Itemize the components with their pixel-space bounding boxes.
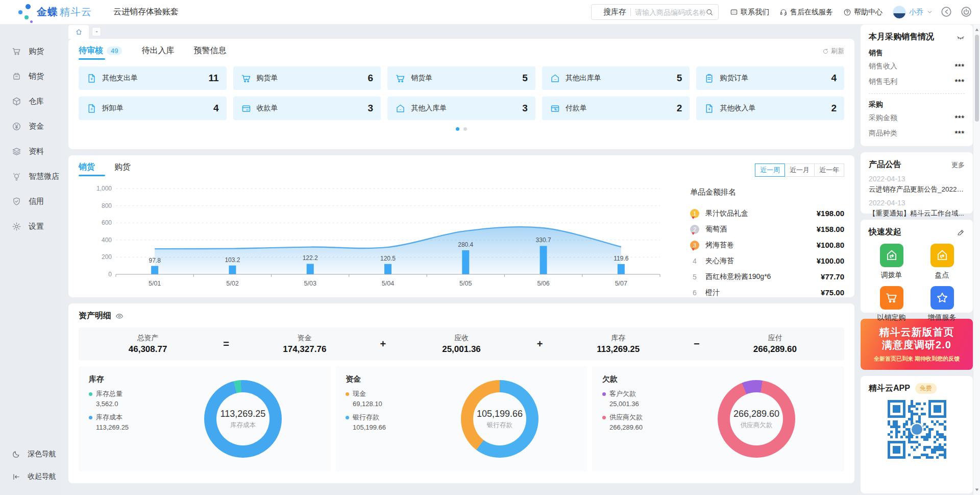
scroll-down-icon[interactable]: [975, 488, 979, 492]
todo-tab[interactable]: 预警信息: [193, 45, 226, 60]
todo-card[interactable]: ¥其他支出单11: [79, 66, 227, 90]
summary-section-title: 采购: [869, 100, 965, 109]
todo-tabs: 待审核49待出入库预警信息: [79, 45, 844, 60]
quick-action-house-swap[interactable]: 调拨单: [869, 244, 914, 280]
todo-card[interactable]: #拆卸单4: [79, 97, 227, 120]
range-button[interactable]: 近一周: [755, 163, 785, 177]
sidebar-footer: 深色导航收起导航: [0, 443, 62, 488]
trend-tab[interactable]: 购货: [114, 162, 131, 176]
sidebar-item-label: 智慧微店: [29, 172, 59, 181]
sidebar-item-layers[interactable]: 资料: [0, 139, 62, 164]
app-logo[interactable]: 金蝶 精斗云: [17, 2, 92, 23]
sidebar-item-gear[interactable]: 设置: [0, 214, 62, 239]
todo-card-count: 3: [522, 103, 528, 114]
trend-tab[interactable]: 销货: [79, 162, 95, 176]
search-divider: [630, 8, 631, 16]
todo-tab[interactable]: 待审核49: [79, 45, 122, 60]
refresh-icon: [822, 48, 829, 55]
pager-dot[interactable]: [456, 127, 459, 131]
more-link[interactable]: 更多: [951, 160, 965, 170]
sidebar-item-cart[interactable]: 购货: [0, 39, 62, 64]
tab-dropdown-button[interactable]: [92, 27, 101, 36]
announcement-text[interactable]: 【重要通知】精斗云工作台域...: [869, 209, 965, 218]
sidebar-item-sell[interactable]: 销货: [0, 64, 62, 89]
sidebar-item-bulb[interactable]: 智慧微店: [0, 164, 62, 189]
ranking-row[interactable]: 1果汁饮品礼盒¥198.00: [690, 205, 844, 221]
sidebar-footer-label: 收起导航: [28, 472, 56, 481]
svg-text:¥: ¥: [554, 106, 556, 111]
eye-icon[interactable]: [115, 312, 124, 320]
shield-icon: [12, 197, 21, 206]
sidebar-footer-moon[interactable]: 深色导航: [0, 443, 62, 465]
todo-card-count: 2: [677, 103, 682, 114]
search-icon[interactable]: [705, 8, 714, 16]
pencil-icon[interactable]: [957, 228, 965, 237]
logout-button[interactable]: [960, 6, 973, 18]
pager-dot[interactable]: [463, 127, 467, 131]
todo-card[interactable]: →其他出库单5: [542, 66, 690, 90]
summary-row-label: 采购金额: [869, 113, 897, 123]
ranking-row[interactable]: 2葡萄酒¥158.00: [690, 221, 844, 237]
eye-closed-icon[interactable]: [957, 33, 965, 41]
scroll-up-icon[interactable]: [975, 28, 979, 32]
todo-card-label: 付款单: [566, 104, 587, 113]
sidebar-item-yen[interactable]: 资金: [0, 114, 62, 139]
svg-text:103.2: 103.2: [225, 256, 240, 264]
todo-card-count: 5: [677, 73, 682, 84]
range-button[interactable]: 近一月: [785, 163, 815, 177]
donut-title: 资金: [346, 374, 422, 384]
sales-trend-chart: 02004006008001,00097.8103.2122.2120.5280…: [79, 180, 681, 300]
todo-card[interactable]: +购货单6: [233, 66, 381, 90]
todo-card-label: 其他支出单: [102, 74, 138, 83]
header-link[interactable]: 帮助中心: [843, 8, 883, 17]
todo-card[interactable]: 收款单3: [233, 97, 381, 120]
scrollbar-thumb[interactable]: [975, 35, 979, 122]
banner-line2: 满意度调研2.0: [882, 339, 951, 351]
cart-icon: +: [241, 73, 252, 84]
todo-tab[interactable]: 待出入库: [141, 45, 174, 60]
ranking-number: 5: [690, 273, 699, 281]
header-link[interactable]: 售后在线服务: [779, 8, 833, 17]
user-menu[interactable]: 小乔: [893, 6, 933, 19]
todo-card[interactable]: ¥其他收入单2: [696, 97, 844, 120]
formula-operator: +: [374, 338, 392, 350]
donut-chart-area: 113,269.25库存成本: [165, 374, 321, 463]
todo-card[interactable]: -销货单5: [387, 66, 535, 90]
ranking-row[interactable]: 3烤海苔卷¥100.80: [690, 237, 844, 253]
search-input[interactable]: [635, 8, 705, 16]
sidebar-item-shield[interactable]: 信用: [0, 189, 62, 214]
summary-row-label: 销售收入: [869, 62, 897, 71]
ranking-row[interactable]: 5西红柿意粉酱190g*6¥77.70: [690, 269, 844, 285]
ranking-row[interactable]: 6橙汁¥75.00: [690, 285, 844, 300]
todo-card[interactable]: ¥付款单2: [542, 97, 690, 120]
formula-item: 资金174,327.76: [235, 334, 374, 355]
quick-action-star[interactable]: 增值服务: [919, 286, 965, 322]
history-back-button[interactable]: [940, 6, 953, 18]
sidebar-item-cube[interactable]: 仓库: [0, 89, 62, 114]
summary-row-value: ***: [955, 78, 965, 86]
header-link[interactable]: 联系我们: [730, 8, 769, 17]
trend-panel: 销货购货 近一周近一月近一年 02004006008001,00097.8103…: [68, 155, 854, 297]
doc-icon: ¥: [704, 103, 715, 114]
sidebar-menu: 购货销货仓库资金资料智慧微店信用设置: [0, 25, 62, 239]
range-button[interactable]: 近一年: [814, 163, 844, 177]
svg-text:119.6: 119.6: [614, 255, 628, 262]
legend-label: 库存总量: [96, 389, 122, 398]
legend-value: 113,269.25: [96, 423, 165, 431]
quick-action-cart[interactable]: 以销定购: [869, 286, 914, 322]
home-tab[interactable]: [68, 25, 89, 39]
inventory-search-box[interactable]: 搜库存: [591, 4, 719, 20]
ranking-row[interactable]: 4夹心海苔¥100.00: [690, 253, 844, 269]
donut-center-value: 266,289.60: [733, 409, 779, 419]
formula-label: 应付: [706, 334, 844, 343]
survey-banner[interactable]: 精斗云新版首页 满意度调研2.0 全新首页已到来 期待收到您的反馈: [861, 319, 973, 370]
announcement-text[interactable]: 云进销存产品更新公告_20220...: [869, 185, 965, 194]
todo-card[interactable]: ←其他入库单3: [387, 97, 535, 120]
page-scrollbar[interactable]: [973, 25, 980, 495]
ranking-amount: ¥100.00: [817, 256, 844, 265]
quick-action-house-swap[interactable]: 盘点: [919, 244, 965, 280]
legend-label: 客户欠款: [609, 389, 636, 398]
sidebar-footer-collapse[interactable]: 收起导航: [0, 465, 62, 488]
todo-card[interactable]: 购货订单4: [696, 66, 844, 90]
refresh-button[interactable]: 刷新: [822, 46, 844, 56]
